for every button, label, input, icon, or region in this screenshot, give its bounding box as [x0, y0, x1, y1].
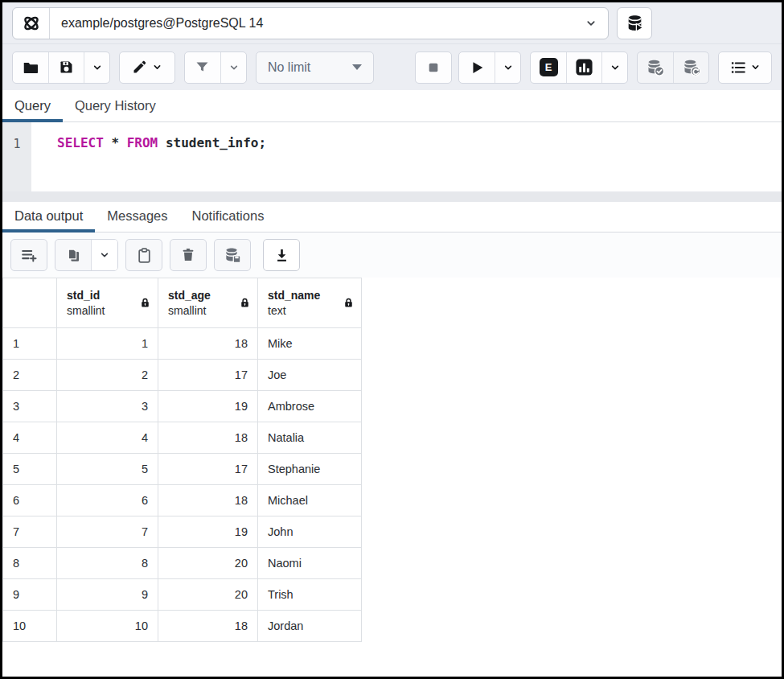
panel-splitter[interactable]: [2, 191, 782, 202]
row-number-cell[interactable]: 5: [3, 454, 57, 485]
database-save-icon: [224, 246, 242, 265]
tab-messages[interactable]: Messages: [95, 208, 179, 232]
grid-cell[interactable]: Joe: [258, 360, 362, 391]
tab-notifications[interactable]: Notifications: [180, 208, 277, 232]
chevron-down-icon: [91, 61, 104, 74]
table-row: 7719John: [3, 516, 362, 548]
execute-options-dropdown[interactable]: [495, 52, 521, 83]
row-number-cell[interactable]: 8: [3, 548, 57, 579]
caret-down-icon: [352, 64, 362, 70]
table-row: 2217Joe: [3, 360, 362, 391]
grid-cell[interactable]: 10: [57, 611, 158, 642]
grid-cell[interactable]: 18: [158, 485, 258, 516]
grid-cell[interactable]: 17: [158, 454, 258, 485]
grid-cell[interactable]: 17: [158, 360, 258, 391]
grid-cell[interactable]: 3: [57, 391, 158, 422]
paste-button[interactable]: [126, 240, 162, 270]
grid-cell[interactable]: 18: [158, 328, 258, 360]
explain-analyze-button[interactable]: [566, 52, 601, 83]
rollback-button[interactable]: [673, 52, 708, 83]
grid-cell[interactable]: John: [258, 516, 362, 548]
grid-cell[interactable]: 19: [158, 391, 258, 422]
grid-cell[interactable]: Ambrose: [258, 391, 362, 422]
download-icon: [273, 247, 290, 264]
save-options-dropdown[interactable]: [84, 52, 110, 83]
grid-cell[interactable]: 20: [158, 548, 258, 579]
chevron-down-icon: [98, 249, 111, 261]
macros-dropdown-button[interactable]: [719, 52, 772, 83]
explain-options-dropdown[interactable]: [601, 52, 628, 83]
grid-cell[interactable]: 5: [57, 454, 158, 485]
column-header-std_name[interactable]: std_nametext: [258, 278, 362, 328]
row-number-cell[interactable]: 7: [3, 516, 57, 548]
sql-token: *: [111, 135, 119, 150]
row-limit-select[interactable]: No limit: [256, 51, 374, 84]
sql-editor[interactable]: 1 SELECT * FROM student_info;: [2, 122, 782, 191]
filter-button[interactable]: [185, 52, 220, 83]
cancel-query-button[interactable]: [416, 52, 451, 83]
database-new-connection-icon: [625, 13, 645, 33]
column-header-std_age[interactable]: std_agesmallint: [158, 278, 258, 328]
delete-row-button[interactable]: [170, 240, 206, 270]
select-all-corner-cell[interactable]: [3, 278, 57, 328]
grid-cell[interactable]: Jordan: [258, 611, 362, 642]
row-number-cell[interactable]: 10: [3, 611, 57, 642]
grid-cell[interactable]: Natalia: [258, 422, 362, 454]
chevron-down-icon: [228, 61, 240, 74]
tab-query-history[interactable]: Query History: [63, 98, 168, 121]
tab-query[interactable]: Query: [2, 98, 63, 121]
grid-cell[interactable]: Mike: [258, 328, 362, 360]
grid-cell[interactable]: 9: [57, 579, 158, 611]
grid-cell[interactable]: 18: [158, 422, 258, 454]
row-number-cell[interactable]: 3: [3, 391, 57, 422]
column-name: std_name: [268, 288, 320, 303]
grid-cell[interactable]: 6: [57, 485, 158, 516]
column-name: std_age: [168, 288, 211, 303]
copy-button[interactable]: [55, 240, 91, 270]
row-number-cell[interactable]: 6: [3, 485, 57, 516]
editor-gutter: 1: [2, 122, 31, 191]
tab-data-output[interactable]: Data output: [2, 208, 95, 232]
sql-token: [119, 135, 127, 150]
download-results-button[interactable]: [264, 240, 299, 270]
grid-cell[interactable]: 19: [158, 516, 258, 548]
table-row: 101018Jordan: [3, 611, 362, 642]
row-number-cell[interactable]: 4: [3, 422, 57, 454]
row-number-cell[interactable]: 2: [3, 360, 57, 391]
explain-icon: E: [540, 58, 558, 76]
commit-button[interactable]: [638, 52, 673, 83]
grid-cell[interactable]: 18: [158, 611, 258, 642]
explain-button[interactable]: E: [531, 52, 566, 83]
grid-cell[interactable]: Stephanie: [258, 454, 362, 485]
pgadmin-query-tool-window: example/postgres@PostgreSQL 14: [0, 0, 784, 679]
copy-options-dropdown[interactable]: [91, 240, 117, 270]
new-connection-button[interactable]: [617, 7, 652, 39]
explain-analyze-icon: [575, 58, 593, 76]
chevron-down-icon: [574, 8, 608, 39]
filter-options-dropdown[interactable]: [220, 52, 247, 83]
execute-query-button[interactable]: [459, 52, 495, 83]
open-file-button[interactable]: [13, 52, 48, 83]
chevron-down-icon: [151, 61, 163, 73]
grid-cell[interactable]: 2: [57, 360, 158, 391]
sql-token: FROM: [127, 135, 158, 150]
table-row: 1118Mike: [3, 328, 362, 360]
grid-cell[interactable]: 1: [57, 328, 158, 360]
grid-cell[interactable]: Trish: [258, 579, 362, 611]
row-number-cell[interactable]: 1: [3, 328, 57, 360]
grid-cell[interactable]: 4: [57, 422, 158, 454]
column-header-std_id[interactable]: std_idsmallint: [57, 278, 158, 328]
grid-cell[interactable]: Michael: [258, 485, 362, 516]
connection-select[interactable]: example/postgres@PostgreSQL 14: [12, 7, 609, 39]
row-number-cell[interactable]: 9: [3, 579, 57, 611]
grid-cell[interactable]: 8: [57, 548, 158, 579]
add-row-button[interactable]: [11, 240, 47, 270]
grid-cell[interactable]: 7: [57, 516, 158, 548]
sql-code-line[interactable]: SELECT * FROM student_info;: [31, 122, 782, 191]
save-file-button[interactable]: [48, 52, 84, 83]
edit-dropdown-button[interactable]: [120, 52, 174, 83]
grid-cell[interactable]: 20: [158, 579, 258, 611]
grid-cell[interactable]: Naomi: [258, 548, 362, 579]
save-data-changes-button[interactable]: [215, 240, 250, 270]
filter-funnel-icon: [194, 59, 211, 76]
